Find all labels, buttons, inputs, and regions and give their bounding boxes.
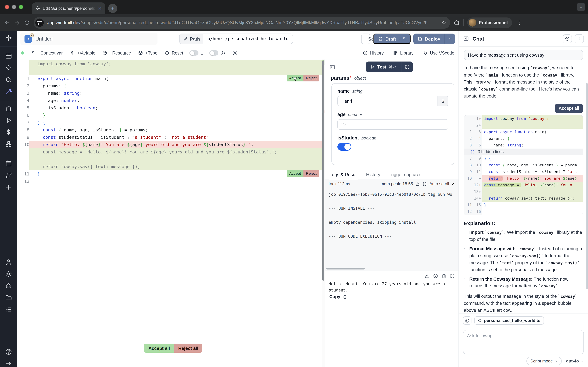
input-age[interactable] <box>338 119 448 129</box>
toolbar-history-button[interactable]: History <box>363 50 384 56</box>
sidebar-item-folders[interactable] <box>5 294 12 301</box>
sidebar-item-create[interactable] <box>5 184 12 191</box>
code-line[interactable]: 7) { <box>17 119 325 126</box>
extensions-icon[interactable] <box>454 19 460 26</box>
variable-picker-button[interactable]: $ <box>438 96 448 106</box>
code-line[interactable]: 10 return `Hello, ${name}! You are ${age… <box>17 141 325 148</box>
reject-button[interactable]: Reject <box>303 75 319 82</box>
code-line[interactable] <box>17 156 325 163</box>
code-line[interactable]: 12 <box>17 178 325 185</box>
autoscroll-label[interactable]: Auto scroll <box>429 181 449 186</box>
address-bar[interactable]: app.windmill.dev/scripts/edit/u/henri/pe… <box>34 17 450 28</box>
toggle-off[interactable] <box>190 50 199 56</box>
sidebar-item-workers[interactable] <box>5 282 12 289</box>
copy-result-button[interactable]: Copy <box>329 294 347 299</box>
code-line[interactable]: const message = `Hello, ${name}! You are… <box>17 148 325 156</box>
download-logs-icon[interactable] <box>415 182 420 186</box>
code-line[interactable]: 8 const { name, age, isStudent } = param… <box>17 126 325 133</box>
bookmark-star-icon[interactable] <box>441 20 447 25</box>
maximize-window-button[interactable] <box>19 5 23 9</box>
accept-button[interactable]: Accept <box>287 170 303 177</box>
scrollbar-thumb[interactable] <box>322 60 324 281</box>
toolbar-resource-button[interactable]: +Resource <box>102 50 131 56</box>
site-settings-icon[interactable] <box>35 18 44 27</box>
test-button[interactable]: Test ⌘↵ <box>366 61 401 72</box>
code-line[interactable]: 6 } <box>17 111 325 119</box>
code-line[interactable]: 9 const studentStatus = isStudent ? "a s… <box>17 133 325 141</box>
logs-hscrollbar[interactable] <box>326 268 365 269</box>
sidebar-item-schedules[interactable] <box>5 160 12 167</box>
reject-button[interactable]: Reject <box>303 170 319 177</box>
sidebar-item-apps[interactable] <box>5 52 12 60</box>
script-title-chip[interactable]: TS Untitled <box>20 33 157 45</box>
toolbar-library-button[interactable]: Library <box>393 50 414 56</box>
url-text[interactable]: app.windmill.dev/scripts/edit/u/henri/pe… <box>47 20 438 25</box>
chat-messages[interactable]: Have the message sent using cowsay To ha… <box>459 47 588 314</box>
sidebar-item-home[interactable] <box>5 105 12 112</box>
toolbar-contextvar-button[interactable]: +Context var <box>30 50 63 56</box>
sidebar-item-settings[interactable] <box>5 270 12 277</box>
browser-menu-icon[interactable]: ⋮ <box>515 19 523 26</box>
code-line[interactable]: import cowsay from "cowsay"; <box>17 60 325 67</box>
reject-all-button[interactable]: Reject all <box>174 344 202 353</box>
panel-collapse-icon[interactable] <box>329 64 335 70</box>
accept-all-button[interactable]: Accept all <box>144 344 174 353</box>
code-line[interactable]: 5 isStudent: boolean; <box>17 104 325 111</box>
script-summary[interactable]: Untitled <box>35 36 52 42</box>
deploy-button[interactable]: Deploy <box>413 33 444 44</box>
log-output[interactable]: job=01975ee7-1bb7-0615-91c3-4eb0f870c71b… <box>325 188 458 241</box>
code-line[interactable]: return cowsay.say({ text: message }); <box>17 163 325 170</box>
code-line[interactable]: 2 params: { <box>17 82 325 90</box>
download-result-icon[interactable] <box>424 273 430 279</box>
sidebar-item-search[interactable] <box>5 76 12 83</box>
chat-scrollbar-thumb[interactable] <box>586 83 588 289</box>
toggle-isStudent[interactable] <box>337 143 351 151</box>
sidebar-item-routes[interactable] <box>5 172 12 179</box>
model-select[interactable]: gpt-4o <box>566 359 584 364</box>
chat-history-button[interactable] <box>563 34 572 43</box>
chat-accept-all-button[interactable]: Accept all <box>555 104 583 113</box>
clipboard-icon[interactable] <box>441 273 447 279</box>
toolbar-use-vscode-button[interactable]: Use VScode <box>423 50 454 56</box>
tab-trigger-captures[interactable]: Trigger captures <box>389 170 422 179</box>
new-chat-button[interactable] <box>575 34 584 43</box>
sidebar-item-resources[interactable] <box>5 141 12 148</box>
hidden-lines-expander[interactable]: 3 hidden lines <box>464 148 583 155</box>
draft-button[interactable]: Draft⌘S <box>373 33 410 44</box>
sidebar-item-users[interactable] <box>5 258 12 266</box>
toolbar-type-button[interactable]: +Type <box>138 50 157 56</box>
script-path[interactable]: Path u/henri/personalized_hello_world <box>179 33 293 44</box>
toolbar-variable-button[interactable]: +Variable <box>70 50 95 56</box>
sidebar-item-variables[interactable] <box>5 129 12 136</box>
test-target-button[interactable] <box>401 61 413 72</box>
code-editor[interactable]: import cowsay from "cowsay";1export asyn… <box>17 59 325 367</box>
multiplayer-toggle[interactable] <box>209 50 226 56</box>
code-line[interactable]: 4 age: number; <box>17 97 325 104</box>
sidebar-item-favorites[interactable] <box>5 64 12 72</box>
expand-logs-icon[interactable] <box>423 182 427 186</box>
toolbar-reset-button[interactable]: Reset <box>164 50 183 56</box>
sidebar-item-logs[interactable] <box>5 306 12 313</box>
reload-icon[interactable] <box>24 19 30 26</box>
info-icon[interactable] <box>433 273 438 279</box>
new-tab-button[interactable]: + <box>108 4 117 13</box>
code-line[interactable]: 3 name: string; <box>17 90 325 97</box>
sidebar-item-ai[interactable] <box>5 88 12 95</box>
editor-settings-button[interactable] <box>232 50 238 56</box>
tab-history[interactable]: History <box>366 170 380 179</box>
expand-result-icon[interactable] <box>450 273 455 279</box>
deploy-dropdown-button[interactable] <box>444 33 455 44</box>
code-line[interactable] <box>17 67 325 75</box>
close-window-button[interactable] <box>5 5 9 9</box>
windmill-logo[interactable] <box>5 34 12 42</box>
context-file-chip[interactable]: personalized_hello_world.ts <box>474 316 544 325</box>
editor-scrollbar[interactable] <box>322 59 325 367</box>
back-icon[interactable] <box>4 19 10 26</box>
sidebar-item-help[interactable] <box>5 348 12 355</box>
diff-mode-toggle[interactable]: ± <box>190 50 203 56</box>
tab-logs-result[interactable]: Logs & Result <box>329 170 358 179</box>
traffic-lights[interactable] <box>5 5 23 9</box>
mode-select[interactable]: Script mode <box>527 357 562 365</box>
minimize-window-button[interactable] <box>12 5 16 9</box>
code-line[interactable]: 11} <box>17 170 325 178</box>
